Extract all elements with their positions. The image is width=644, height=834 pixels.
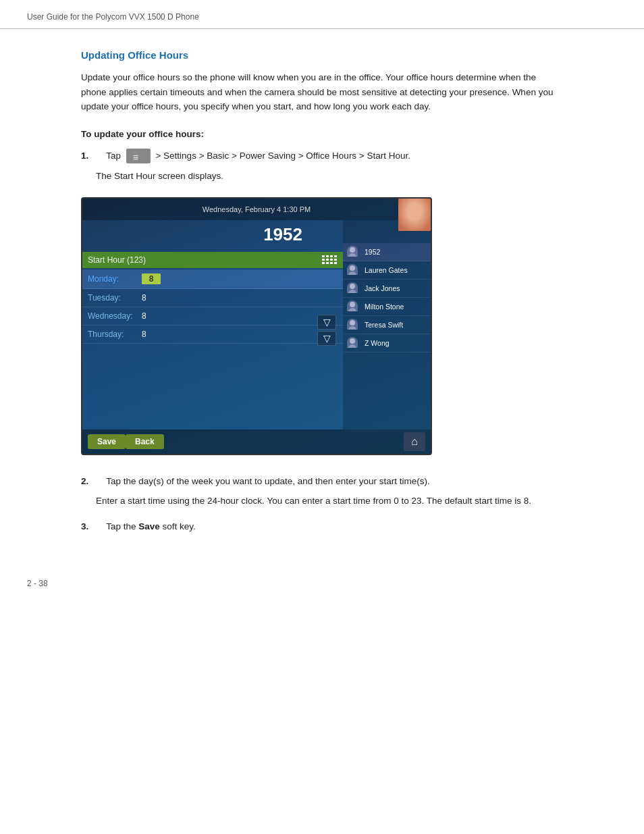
day-row-thursday[interactable]: Thursday: 8 xyxy=(82,325,343,344)
contact-name-lauren: Lauren Gates xyxy=(365,266,408,274)
self-contact-name: 1952 xyxy=(365,248,380,256)
page-header: User Guide for the Polycom VVX 1500 D Ph… xyxy=(0,0,644,29)
grid-icon xyxy=(322,255,338,265)
instruction-heading: To update your office hours: xyxy=(81,129,563,139)
step-1-sub: The Start Hour screen displays. xyxy=(96,169,563,184)
arrow-down-button[interactable]: ▽ xyxy=(317,331,336,346)
contact-icon-teresa xyxy=(347,319,362,331)
phone-date-time: Wednesday, February 4 1:30 PM xyxy=(89,205,424,213)
wednesday-label: Wednesday: xyxy=(88,311,142,321)
day-row-monday[interactable]: Monday: 8 xyxy=(82,269,343,289)
step-3-text: Tap the Save soft key. xyxy=(106,521,196,531)
phone-screen-wrapper: Wednesday, February 4 1:30 PM 1952 Start… xyxy=(81,197,563,455)
monday-value[interactable]: 8 xyxy=(142,273,161,284)
phone-contact-milton[interactable]: Milton Stone xyxy=(343,298,431,316)
contact-name-jack: Jack Jones xyxy=(365,284,400,292)
arrow-up-button[interactable]: ▽ xyxy=(317,315,336,330)
phone-contact-teresa[interactable]: Teresa Swift xyxy=(343,316,431,334)
step-1: 1. Tap > Settings > Basic > Power Saving… xyxy=(81,149,563,184)
contact-name-teresa: Teresa Swift xyxy=(365,321,403,329)
step-3-bold: Save xyxy=(138,521,160,531)
step-2: 2. Tap the day(s) of the week you want t… xyxy=(81,474,563,509)
step-2-text: Tap the day(s) of the week you want to u… xyxy=(106,476,430,486)
step-1-prefix: Tap xyxy=(106,151,121,161)
step-3-number: 3. xyxy=(81,521,88,531)
day-row-wednesday[interactable]: Wednesday: 8 xyxy=(82,307,343,325)
step-2-sub: Enter a start time using the 24-hour clo… xyxy=(96,494,563,509)
page-content: Updating Office Hours Update your office… xyxy=(0,29,644,565)
phone-main: 1952 Start Hour (123) xyxy=(82,220,431,429)
phone-screen: Wednesday, February 4 1:30 PM 1952 Start… xyxy=(81,197,432,455)
phone-avatar-face xyxy=(398,199,431,231)
contact-icon-milton xyxy=(347,301,362,313)
phone-bottom-bar: Save Back ⌂ xyxy=(82,429,431,454)
phone-contact-lauren[interactable]: Lauren Gates xyxy=(343,261,431,280)
self-contact-icon xyxy=(347,246,362,258)
phone-arrows: ▽ ▽ xyxy=(317,315,336,346)
phone-contact-zwong[interactable]: Z Wong xyxy=(343,334,431,353)
phone-contact-jack[interactable]: Jack Jones xyxy=(343,280,431,298)
step-1-body: > Settings > Basic > Power Saving > Offi… xyxy=(155,151,410,161)
home-button[interactable]: ⌂ xyxy=(404,432,425,451)
menu-icon[interactable] xyxy=(126,149,151,163)
thursday-label: Thursday: xyxy=(88,330,142,339)
back-soft-key[interactable]: Back xyxy=(126,434,164,449)
section-title: Updating Office Hours xyxy=(81,49,563,61)
contact-name-zwong: Z Wong xyxy=(365,339,390,347)
contact-icon-lauren xyxy=(347,264,362,276)
phone-right-panel: 1952 Lauren Gates xyxy=(343,220,431,429)
phone-avatar xyxy=(398,199,431,231)
step-1-number: 1. xyxy=(81,151,88,161)
phone-day-rows: Monday: 8 Tuesday: 8 Wednesday: 8 T xyxy=(82,268,343,345)
page-footer: 2 - 38 xyxy=(0,565,644,602)
wednesday-value: 8 xyxy=(142,311,338,321)
contact-icon-jack xyxy=(347,282,362,294)
phone-number-display: 1952 xyxy=(82,220,343,248)
save-soft-key[interactable]: Save xyxy=(88,434,126,449)
header-text: User Guide for the Polycom VVX 1500 D Ph… xyxy=(27,12,199,22)
tuesday-label: Tuesday: xyxy=(88,293,142,303)
body-text: Update your office hours so the phone wi… xyxy=(81,70,563,114)
section-header-label: Start Hour (123) xyxy=(88,255,146,265)
contact-icon-zwong xyxy=(347,337,362,349)
step-2-number: 2. xyxy=(81,476,88,486)
page-number: 2 - 38 xyxy=(27,579,48,588)
day-row-tuesday[interactable]: Tuesday: 8 xyxy=(82,289,343,307)
contact-name-milton: Milton Stone xyxy=(365,303,404,311)
phone-left-panel: 1952 Start Hour (123) xyxy=(82,220,343,429)
monday-label: Monday: xyxy=(88,274,142,284)
step-3: 3. Tap the Save soft key. xyxy=(81,519,563,534)
phone-section-header: Start Hour (123) xyxy=(82,252,343,268)
step-3-suffix: soft key. xyxy=(160,521,196,531)
tuesday-value: 8 xyxy=(142,293,338,303)
step-3-prefix: Tap the xyxy=(106,521,138,531)
phone-contact-self[interactable]: 1952 xyxy=(343,243,431,261)
phone-top-bar: Wednesday, February 4 1:30 PM xyxy=(82,199,431,220)
thursday-value: 8 xyxy=(142,330,338,339)
step-1-text: Tap > Settings > Basic > Power Saving > … xyxy=(106,151,410,161)
